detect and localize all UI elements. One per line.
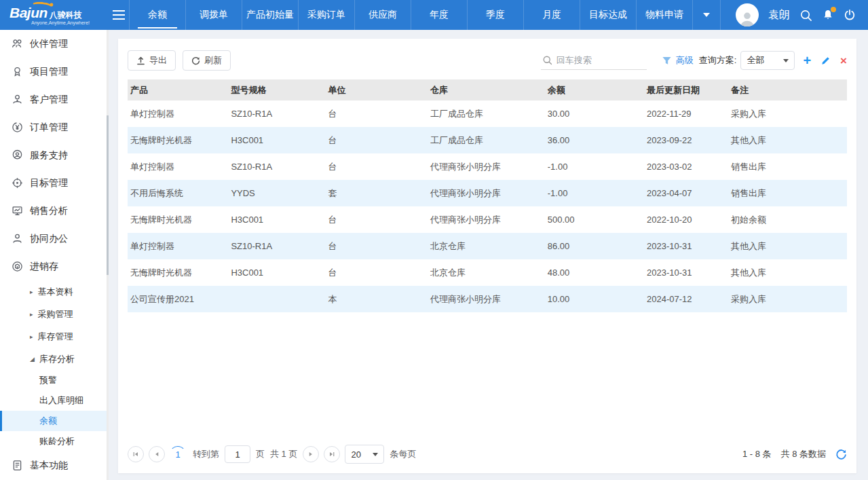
sidebar-item-partner-management[interactable]: 伙伴管理: [0, 30, 109, 58]
sidebar-item-warning[interactable]: 预警: [0, 370, 109, 390]
advanced-search-link[interactable]: 高级: [676, 54, 694, 67]
per-page-label: 条每页: [390, 448, 416, 460]
avatar[interactable]: [736, 3, 759, 26]
tab-supplier[interactable]: 供应商: [354, 0, 411, 30]
search-icon[interactable]: [799, 9, 812, 22]
headset-icon: [12, 149, 23, 161]
table-row[interactable]: 无悔牌时光机器H3C001台工厂成品仓库36.002023-09-22其他入库: [128, 127, 847, 153]
tab-year[interactable]: 年度: [411, 0, 467, 30]
sidebar-item-collaboration[interactable]: 协同办公: [0, 225, 109, 253]
edit-scheme-icon[interactable]: [820, 56, 831, 66]
query-scheme-label: 查询方案:: [699, 54, 737, 67]
add-scheme-icon[interactable]: +: [803, 54, 811, 67]
current-page-indicator[interactable]: 1: [170, 446, 186, 462]
query-scheme-select[interactable]: 全部: [740, 51, 795, 70]
sidebar-item-balance[interactable]: 余额: [0, 411, 109, 431]
chevron-down-icon: [703, 13, 710, 17]
filter-icon[interactable]: [662, 56, 672, 66]
export-button[interactable]: 导出: [128, 50, 176, 71]
prev-page-button[interactable]: [149, 446, 165, 462]
page-unit-label: 页: [256, 448, 265, 460]
refresh-icon: [191, 56, 200, 65]
sidebar-item-service-support[interactable]: 服务支持: [0, 141, 109, 169]
tab-product-initial[interactable]: 产品初始量: [242, 0, 298, 30]
medal-icon: [12, 66, 23, 77]
toolbar: 导出 刷新 高级 查询方案: 全部 + ×: [128, 50, 847, 71]
total-pages-label: 共 1 页: [270, 448, 297, 460]
sidebar-item-inventory[interactable]: 进销存: [0, 253, 109, 280]
reload-data-icon[interactable]: [835, 449, 847, 460]
menu-icon[interactable]: [109, 0, 129, 30]
sidebar-item-basic-data[interactable]: ▸ 基本资料: [0, 280, 109, 303]
chart-monitor-icon: [12, 205, 23, 217]
record-range-label: 1 - 8 条: [742, 448, 772, 460]
table-row[interactable]: 公司宣传册2021本代理商张小明分库10.002024-07-12采购入库: [128, 286, 847, 312]
next-page-icon: [307, 450, 315, 458]
col-header-last-updated[interactable]: 最后更新日期: [644, 79, 728, 100]
search-input[interactable]: [556, 55, 638, 65]
sidebar-item-customer-management[interactable]: 客户管理: [0, 86, 109, 113]
table-row[interactable]: 单灯控制器SZ10-R1A台代理商张小明分库-1.002023-03-02销售出…: [128, 153, 847, 180]
balance-panel: 导出 刷新 高级 查询方案: 全部 + ×: [118, 39, 856, 473]
sidebar-item-stock-analysis[interactable]: ◢ 库存分析: [0, 348, 109, 370]
sidebar-item-stock-management[interactable]: ▸ 库存管理: [0, 325, 109, 348]
tab-quarter[interactable]: 季度: [467, 0, 523, 30]
prev-page-icon: [153, 450, 161, 458]
sidebar-item-project-management[interactable]: 项目管理: [0, 58, 109, 86]
page-size-select[interactable]: 20: [345, 445, 384, 464]
triangle-right-icon: ▸: [30, 289, 33, 295]
person-icon: [12, 233, 23, 244]
col-header-warehouse[interactable]: 仓库: [428, 79, 545, 100]
tab-balance[interactable]: 余额: [129, 0, 185, 30]
col-header-product[interactable]: 产品: [128, 79, 228, 100]
sidebar-item-aging-analysis[interactable]: 账龄分析: [0, 431, 109, 451]
inventory-icon: [12, 261, 23, 272]
table-row[interactable]: 单灯控制器SZ10-R1A台北京仓库86.002023-10-31其他入库: [128, 233, 847, 259]
next-page-button[interactable]: [303, 446, 319, 462]
sidebar-item-inout-detail[interactable]: 出入库明细: [0, 390, 109, 411]
sidebar-item-target-management[interactable]: 目标管理: [0, 169, 109, 197]
table-row[interactable]: 单灯控制器SZ10-R1A台工厂成品仓库30.002022-11-29采购入库: [128, 100, 847, 127]
tab-target-achievement[interactable]: 目标达成: [580, 0, 636, 30]
sidebar-item-sales-analysis[interactable]: 销售分析: [0, 197, 109, 225]
brand-tagline: Anyone,Anytime,Anywhere!: [10, 20, 109, 25]
sidebar-scrollbar-thumb[interactable]: [107, 115, 109, 275]
record-total-label: 共 8 条数据: [781, 448, 826, 460]
table-row[interactable]: 无悔牌时光机器H3C001台北京仓库48.002023-10-31其他入库: [128, 259, 847, 286]
bell-icon[interactable]: [822, 9, 834, 21]
power-icon[interactable]: [844, 9, 856, 21]
chevron-down-icon: [373, 453, 378, 456]
table-row[interactable]: 无悔牌时光机器H3C001台代理商张小明分库500.002022-10-20初始…: [128, 206, 847, 233]
user-name[interactable]: 袁朗: [768, 8, 790, 22]
customer-icon: [12, 94, 23, 105]
top-navigation-bar: Bajun 八骏科技 Anyone,Anytime,Anywhere! 余额 调…: [0, 0, 868, 30]
chevron-down-icon: [783, 59, 789, 62]
refresh-button[interactable]: 刷新: [183, 50, 231, 71]
first-page-icon: [132, 450, 140, 458]
tab-transfer-order[interactable]: 调拨单: [185, 0, 242, 30]
top-tabs: 余额 调拨单 产品初始量 采购订单 供应商 年度 季度 月度 目标达成 物料申请: [129, 0, 721, 30]
last-page-button[interactable]: [324, 446, 340, 462]
triangle-right-icon: ▸: [30, 333, 33, 340]
app-logo: Bajun 八骏科技 Anyone,Anytime,Anywhere!: [0, 0, 109, 30]
first-page-button[interactable]: [128, 446, 144, 462]
triangle-right-icon: ▸: [30, 311, 33, 318]
document-icon: [12, 460, 23, 471]
goto-page-input[interactable]: [225, 445, 250, 463]
sidebar-item-basic-functions[interactable]: 基本功能: [0, 451, 109, 479]
col-header-remark[interactable]: 备注: [728, 79, 847, 100]
partners-icon: [12, 38, 23, 50]
tab-purchase-order[interactable]: 采购订单: [298, 0, 354, 30]
more-tabs-dropdown[interactable]: [692, 0, 721, 30]
pagination-bar: 1 转到第 页 共 1 页 20 条每页 1 - 8 条 共 8 条数据: [128, 445, 847, 464]
table-row[interactable]: 不用后悔系统YYDS套代理商张小明分库-1.002023-04-07销售出库: [128, 180, 847, 206]
sidebar-item-purchase-management[interactable]: ▸ 采购管理: [0, 303, 109, 325]
col-header-balance[interactable]: 余额: [545, 79, 644, 100]
delete-scheme-icon[interactable]: ×: [840, 55, 847, 67]
sidebar-item-order-management[interactable]: 订单管理: [0, 113, 109, 141]
triangle-expanded-icon: ◢: [30, 356, 35, 363]
col-header-unit[interactable]: 单位: [325, 79, 428, 100]
tab-material-request[interactable]: 物料申请: [636, 0, 692, 30]
tab-month[interactable]: 月度: [523, 0, 580, 30]
col-header-model[interactable]: 型号规格: [228, 79, 325, 100]
